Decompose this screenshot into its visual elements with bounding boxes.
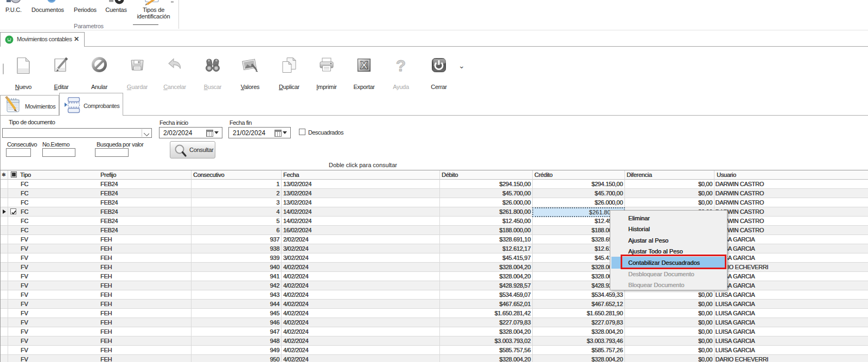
svg-text:X: X	[360, 59, 368, 71]
svg-text:✱: ✱	[2, 172, 5, 177]
svg-text:?: ?	[396, 56, 406, 74]
